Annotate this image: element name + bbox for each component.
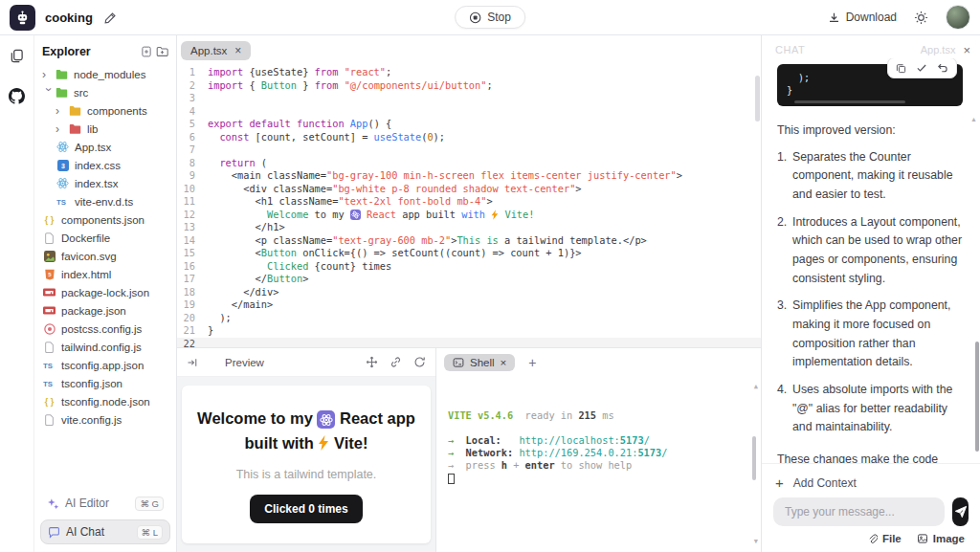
chat-message-input[interactable] (773, 497, 945, 526)
file-tree-item-tsconfig.app.json[interactable]: TStsconfig.app.json (34, 356, 176, 374)
line-number: 3 (177, 92, 208, 105)
file-tree-item-index.css[interactable]: 3index.css (34, 156, 176, 174)
stop-button[interactable]: Stop (455, 6, 525, 29)
scroll-down-icon[interactable]: ▼ (754, 536, 758, 548)
attach-file-button[interactable]: File (867, 533, 902, 544)
file-tree-item-Dockerfile[interactable]: Dockerfile (34, 229, 176, 247)
theme-toggle-sun-icon[interactable] (910, 7, 932, 29)
attach-image-button[interactable]: Image (917, 533, 965, 544)
chevron-right-icon: › (56, 122, 68, 136)
add-context-label: Add Context (793, 476, 857, 490)
file-tree-item-src[interactable]: ›src (34, 83, 176, 101)
close-tab-icon[interactable]: × (234, 44, 241, 57)
terminal-line: → Local: http://localhost:5173/ (448, 434, 747, 447)
code-line-20[interactable]: 20 ); (177, 312, 761, 325)
svg-text:TS: TS (43, 380, 53, 388)
file-tree-item-package.json[interactable]: package.json (34, 301, 176, 320)
code-line-9[interactable]: 9 <main className="bg-gray-100 min-h-scr… (177, 169, 761, 183)
code-line-6[interactable]: 6 const [count, setCount] = useState(0); (177, 131, 761, 144)
file-tree-item-node_modules[interactable]: ›node_modules (34, 65, 176, 83)
new-file-icon[interactable] (139, 44, 154, 59)
apply-code-check-icon[interactable] (916, 62, 927, 74)
code-line-7[interactable]: 7 (177, 144, 761, 157)
stop-label: Stop (487, 11, 511, 24)
download-button[interactable]: Download (828, 11, 897, 24)
code-line-16[interactable]: 16 Clicked {count} times (177, 260, 761, 274)
copy-code-icon[interactable] (896, 62, 906, 74)
chat-panel: CHAT App.tsx × ); } (761, 35, 980, 552)
refresh-icon[interactable] (412, 354, 428, 370)
new-terminal-icon[interactable]: + (524, 351, 540, 374)
code-editor[interactable]: 1import {useState} from "react";2import … (177, 62, 761, 347)
editor-scrollbar[interactable] (755, 76, 760, 121)
file-tree-item-postcss.config.js[interactable]: postcss.config.js (34, 320, 176, 338)
chat-list-item: 3.Simplifies the App component, making i… (777, 297, 967, 372)
lightning-icon (318, 434, 329, 452)
close-chat-icon[interactable]: × (963, 43, 970, 57)
folder-green-icon (55, 68, 69, 80)
open-link-icon[interactable] (388, 354, 404, 370)
line-number: 4 (177, 105, 208, 119)
file-tree-item-lib[interactable]: ›lib (34, 120, 176, 138)
github-icon[interactable] (5, 84, 29, 108)
chat-messages: ); } ▲ This improved version: 1.Separate… (762, 58, 980, 463)
file-tree-item-favicon.svg[interactable]: favicon.svg (34, 247, 176, 265)
undo-code-icon[interactable] (937, 62, 948, 74)
send-message-button[interactable] (952, 497, 969, 526)
code-line-11[interactable]: 11 <h1 className="text-2xl font-bold mb-… (177, 195, 761, 209)
code-line-5[interactable]: 5export default function App() { (177, 118, 761, 131)
app-logo-robot-icon[interactable] (10, 5, 35, 31)
move-resize-icon[interactable] (364, 354, 380, 370)
explorer-panel: Explorer ›node_modules›src›components›li… (34, 35, 177, 552)
files-icon[interactable] (6, 45, 28, 67)
code-line-19[interactable]: 19 </main> (177, 298, 761, 312)
shell-scrollbar[interactable]: ▲ ▼ (749, 377, 759, 552)
tab-shell[interactable]: Shell × (444, 354, 515, 371)
new-folder-icon[interactable] (154, 43, 170, 59)
file-tree-item-vite.config.js[interactable]: vite.config.js (34, 410, 176, 429)
line-number: 12 (177, 209, 208, 222)
file-tree-item-index.tsx[interactable]: index.tsx (34, 174, 176, 192)
file-tree-item-tsconfig.json[interactable]: TStsconfig.json (34, 374, 176, 392)
code-line-2[interactable]: 2import { Button } from "@/components/ui… (177, 79, 761, 93)
close-shell-icon[interactable]: × (501, 357, 507, 368)
code-block-hscrollbar[interactable] (794, 100, 905, 103)
ai-chat-button[interactable]: AI Chat ⌘ L (40, 519, 170, 544)
code-line-18[interactable]: 18 </div> (177, 286, 761, 299)
ai-editor-button[interactable]: AI Editor ⌘ G (40, 491, 170, 516)
code-line-4[interactable]: 4 (177, 105, 761, 119)
terminal-output[interactable]: VITE v5.4.6 ready in 215 ms→ Local: http… (436, 377, 761, 552)
code-line-21[interactable]: 21} (177, 324, 761, 338)
chat-scrollbar[interactable] (975, 342, 979, 452)
code-line-14[interactable]: 14 <p className="text-gray-600 mb-2">Thi… (177, 234, 761, 248)
code-line-12[interactable]: 12 Welcome to my React app built with Vi… (177, 209, 761, 222)
rename-project-pencil-icon[interactable] (100, 8, 121, 28)
code-line-8[interactable]: 8 return ( (177, 157, 761, 170)
file-tree-item-index.html[interactable]: 5index.html (34, 265, 176, 283)
file-tree-item-tsconfig.node.json[interactable]: { }tsconfig.node.json (34, 392, 176, 410)
file-tree-item-tailwind.config.js[interactable]: tailwind.config.js (34, 338, 176, 356)
file-tree-item-vite-env.d.ts[interactable]: TSvite-env.d.ts (34, 192, 176, 210)
file-tree-item-App.tsx[interactable]: App.tsx (34, 138, 176, 156)
user-avatar[interactable] (946, 5, 970, 30)
clicked-counter-button[interactable]: Clicked 0 times (250, 495, 362, 523)
code-line-17[interactable]: 17 </Button> (177, 273, 761, 286)
code-line-13[interactable]: 13 </h1> (177, 221, 761, 234)
add-context-button[interactable]: + Add Context (773, 472, 858, 497)
code-line-1[interactable]: 1import {useState} from "react"; (177, 66, 761, 79)
code-line-3[interactable]: 3 (177, 92, 761, 105)
chat-scroll-up-icon[interactable]: ▲ (970, 116, 977, 122)
code-line-22[interactable]: 22 (177, 338, 761, 348)
code-line-15[interactable]: 15 <Button onClick={() => setCount((coun… (177, 247, 761, 260)
code-line-10[interactable]: 10 <div className="bg-white p-8 rounded … (177, 183, 761, 196)
tab-app-tsx[interactable]: App.tsx × (181, 41, 251, 60)
svg-text:3: 3 (61, 163, 65, 169)
preview-heading: Welcome to my React app built with Vite! (195, 406, 417, 456)
image-icon (917, 533, 928, 544)
file-tree-item-components[interactable]: ›components (34, 101, 176, 120)
file-icon (42, 413, 56, 426)
file-tree-item-package-lock.json[interactable]: package-lock.json (34, 283, 176, 301)
scroll-up-icon[interactable]: ▲ (754, 381, 758, 393)
collapse-panel-icon[interactable] (185, 355, 200, 370)
file-tree-item-components.json[interactable]: { }components.json (34, 210, 176, 229)
